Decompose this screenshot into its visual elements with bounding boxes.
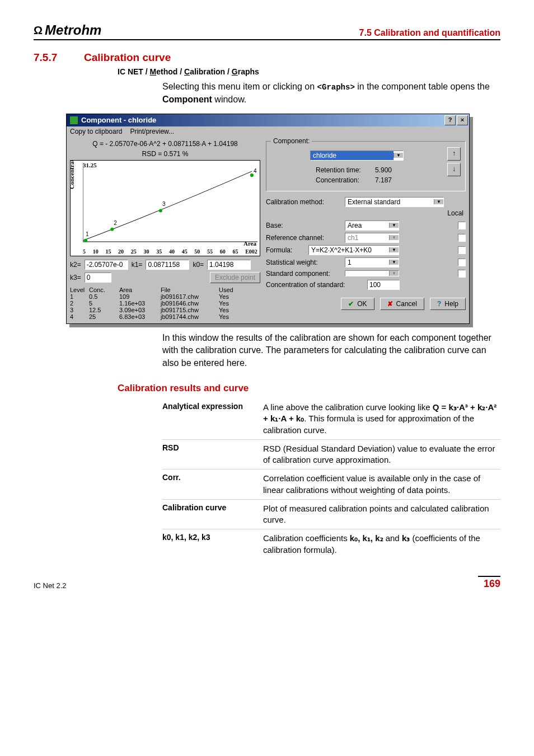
window-icon [70,116,78,124]
component-down-button[interactable]: ↓ [447,163,461,176]
def-val: Plot of measured calibration points and … [263,503,500,526]
std-label: Standard component: [266,270,341,278]
k3-input[interactable]: 0 [85,273,111,283]
help-titlebar-button[interactable]: ? [444,115,456,125]
retention-value: 5.900 [375,166,392,174]
brand-icon: Ω [34,24,43,37]
svg-point-4 [110,228,114,231]
base-select[interactable]: Area▼ [345,220,399,231]
help-button[interactable]: ?Help [430,298,466,310]
plot-xticks: 5101520253035404550556065E002 [83,248,257,255]
rsd-value: RSD = 0.571 % [70,150,260,158]
ok-button[interactable]: ✔OK [341,298,374,310]
level-table: Level Conc. Area File Used 10.5109jb0916… [70,287,260,320]
cal-method-select[interactable]: External standard ▼ [345,197,444,207]
svg-text:4: 4 [254,168,257,174]
cancel-button[interactable]: ✘Cancel [380,298,424,310]
chevron-down-icon: ▼ [389,271,399,276]
def-val: RSD (Residual Standard Deviation) value … [263,443,500,466]
k0-input[interactable]: 1.04198 [207,260,251,270]
intro-text: Selecting this menu item or clicking on … [162,81,500,106]
svg-text:3: 3 [162,201,166,207]
stat-local-checkbox[interactable] [458,259,466,266]
question-icon: ? [437,300,441,308]
def-key: k0, k1, k2, k3 [162,533,263,556]
brand-text: Metrohm [45,22,101,38]
component-select[interactable]: chloride ▼ [310,151,404,161]
svg-point-2 [84,239,87,242]
footer-left: IC Net 2.2 [34,581,67,590]
def-val: A line above the calibration curve looki… [263,402,500,436]
chevron-down-icon: ▼ [389,260,399,265]
plot-ylabel: Concentration [70,160,75,189]
def-key: Calibration curve [162,503,263,526]
table-row: 4256.83e+03jb091744.chwYes [70,313,260,320]
k0-label: k0= [193,261,204,269]
table-row: 251.16e+03jb091646.chwYes [70,300,260,307]
component-window: Component - chloride ? × Copy to clipboa… [66,114,470,324]
check-icon: ✔ [348,300,354,308]
window-title: Component - chloride [81,116,156,124]
stat-label: Statistical weight: [266,259,341,266]
ref-label: Reference channel: [266,234,341,242]
formula-label: Formula: [266,246,305,254]
k1-label: k1= [132,261,143,269]
std-local-checkbox[interactable] [458,270,466,278]
component-up-button[interactable]: ↑ [447,147,461,161]
def-key: Corr. [162,473,263,496]
ref-local-checkbox[interactable] [458,234,466,242]
section-title: Calibration curve [84,51,171,64]
after-text: In this window the results of the calibr… [162,332,500,369]
subsection-title: Calibration results and curve [118,383,500,394]
stat-select[interactable]: 1▼ [345,257,399,267]
def-val: Calibration coefficients k₀, k₁, k₂ and … [263,533,500,556]
cs-input[interactable]: 100 [367,280,400,290]
chevron-down-icon: ▼ [434,199,443,204]
menu-copy[interactable]: Copy to clipboard [70,128,122,135]
calibration-plot: Concentration 31.25 Area 1 2 3 4 [70,160,260,256]
exclude-point-button[interactable]: Exclude point [210,272,260,283]
table-row: 312.53.09e+03jb091715.chwYes [70,307,260,313]
ref-select[interactable]: ch1▼ [345,233,399,243]
chevron-down-icon: ▼ [389,247,399,252]
chevron-down-icon: ▼ [389,223,399,228]
plot-svg: 1 2 3 4 [83,163,257,247]
component-group-label: Component: [271,137,312,145]
k1-input[interactable]: 0.0871158 [146,260,189,270]
menu-print[interactable]: Print/preview... [130,128,174,135]
table-row: 10.5109jb091617.chwYes [70,293,260,300]
local-label: Local [266,209,463,217]
x-icon: ✘ [387,300,393,308]
formula-select[interactable]: Y=K2·X^2+K1·X+K0▼ [308,245,399,255]
k2-label: k2= [70,261,81,269]
component-group: Component: chloride ▼ Ret [266,141,466,191]
retention-label: Retention time: [316,166,372,174]
k2-input[interactable]: -2.05707e-0 [85,260,128,270]
chevron-down-icon: ▼ [394,153,403,158]
concentration-value: 7.187 [375,176,392,184]
close-titlebar-button[interactable]: × [457,115,468,125]
svg-point-6 [159,209,162,213]
std-select[interactable]: ▼ [345,270,399,276]
svg-text:1: 1 [86,231,89,237]
fit-formula: Q = - 2.05707e-06·A^2 + 0.0871158·A + 1.… [70,140,260,148]
cal-method-label: Calibration method: [266,198,341,206]
k3-label: k3= [70,274,81,281]
formula-local-checkbox[interactable] [458,246,466,254]
page-number: 169 [478,576,500,590]
brand: Ω Metrohm [34,22,101,38]
menu-path: IC NET / Method / Calibration / Graphs [118,67,500,76]
concentration-label: Concentration: [316,176,372,184]
base-local-checkbox[interactable] [458,222,466,229]
def-val: Correlation coefficient value is availab… [263,473,500,496]
menubar: Copy to clipboard Print/preview... [67,126,469,137]
def-key: RSD [162,443,263,466]
def-key: Analytical expression [162,402,263,436]
titlebar: Component - chloride ? × [67,114,469,126]
section-number: 7.5.7 [34,51,67,64]
cs-label: Concentration of standard: [266,281,364,289]
chevron-down-icon: ▼ [389,235,399,240]
base-label: Base: [266,222,341,229]
svg-text:2: 2 [114,220,117,226]
header-section: 7.5 Calibration and quantification [359,28,500,38]
